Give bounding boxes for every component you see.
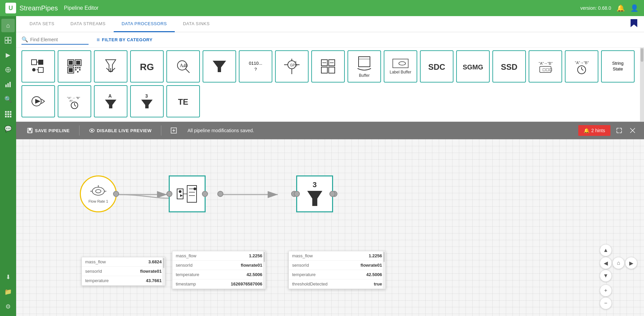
sidebar-item-home[interactable]: ⌂ bbox=[1, 19, 15, 32]
processor-output-port[interactable] bbox=[202, 191, 208, 197]
filter-output-port[interactable] bbox=[329, 191, 335, 197]
mid-port-1[interactable] bbox=[217, 191, 223, 197]
proc-card-te[interactable]: TE bbox=[166, 85, 200, 117]
zoom-home-button[interactable]: ⌂ bbox=[612, 257, 625, 269]
zoom-up-button[interactable]: ▲ bbox=[600, 244, 612, 256]
svg-text:a: a bbox=[183, 64, 184, 68]
preview-label: DISABLE LIVE PREVIEW bbox=[97, 128, 152, 133]
sidebar-item-grid[interactable] bbox=[1, 34, 15, 47]
fit-screen-button[interactable] bbox=[165, 125, 182, 136]
processor-input-port[interactable] bbox=[166, 191, 172, 197]
sidebar-item-play[interactable]: ▶ bbox=[1, 48, 15, 62]
flow-rate-node[interactable]: Flow Rate 1 bbox=[80, 175, 117, 212]
app-name: StreamPipes bbox=[19, 4, 58, 12]
filter-val-threshold: true bbox=[374, 281, 382, 286]
sidebar-item-chart[interactable] bbox=[1, 78, 15, 91]
filter-input-port[interactable] bbox=[294, 191, 300, 197]
grid-scrollbar[interactable] bbox=[640, 48, 644, 121]
svg-text:AT: AT bbox=[69, 99, 73, 102]
source-table-scrollbar[interactable] bbox=[162, 257, 165, 285]
proc-card-matrix[interactable] bbox=[21, 50, 55, 83]
svg-rect-16 bbox=[5, 116, 7, 117]
proc-card-funnel-down[interactable] bbox=[94, 50, 127, 83]
proc-card-qr[interactable] bbox=[58, 50, 91, 83]
svg-rect-27 bbox=[69, 61, 73, 65]
proc-card-funnel-num[interactable]: 3 bbox=[130, 85, 164, 117]
svg-rect-35 bbox=[75, 69, 76, 70]
zoom-out-button[interactable]: − bbox=[600, 297, 612, 309]
svg-rect-11 bbox=[7, 111, 9, 113]
top-navigation: U StreamPipes Pipeline Editor version: 0… bbox=[0, 0, 644, 16]
proc-card-rg[interactable]: RG bbox=[130, 50, 164, 83]
zoom-right-button[interactable]: ▶ bbox=[625, 257, 637, 269]
save-pipeline-button[interactable]: SAVE PIPELINE bbox=[21, 125, 75, 136]
proc-card-at-timer[interactable]: "A" → "B" AT bbox=[58, 85, 91, 117]
close-button[interactable] bbox=[627, 124, 639, 137]
proc-card-funnel3[interactable]: A bbox=[94, 85, 127, 117]
save-pipeline-label: SAVE PIPELINE bbox=[35, 128, 70, 133]
filter-table-scrollbar[interactable] bbox=[383, 251, 385, 289]
source-val-massflow: 3.6824 bbox=[148, 259, 162, 264]
proc-card-ab-switch[interactable]: "A"→"B" ◻◻◻ bbox=[529, 50, 562, 83]
svg-rect-36 bbox=[77, 71, 78, 72]
svg-rect-31 bbox=[69, 68, 73, 72]
proc-card-sgmg[interactable]: SGMG bbox=[456, 50, 490, 83]
proc-label-buffer: Buffer bbox=[359, 73, 370, 78]
pipeline-canvas: Flow Rate 1 bbox=[16, 139, 644, 316]
sidebar-item-download[interactable]: ⬇ bbox=[1, 270, 15, 284]
flow-rate-output-port[interactable] bbox=[113, 191, 119, 197]
proc-card-matrix2[interactable] bbox=[311, 50, 345, 83]
svg-point-22 bbox=[32, 68, 36, 71]
svg-rect-21 bbox=[38, 60, 43, 65]
sidebar-item-plug[interactable] bbox=[1, 63, 15, 76]
zoom-down-button[interactable]: ▼ bbox=[600, 270, 612, 282]
search-box[interactable]: 🔍 bbox=[21, 35, 89, 45]
proc-card-gps[interactable]: GPS K bbox=[275, 50, 309, 83]
proc-card-funnel2[interactable] bbox=[203, 50, 236, 83]
search-input[interactable] bbox=[30, 37, 84, 42]
filter-icon: ≡ bbox=[97, 37, 100, 43]
proc-card-buffer[interactable]: Buffer bbox=[347, 50, 381, 83]
tab-datastreams[interactable]: DATA STREAMS bbox=[62, 16, 113, 32]
filter-row-threshold: thresholdDetected true bbox=[289, 279, 385, 289]
fit-icon bbox=[171, 127, 177, 134]
proc-card-action[interactable] bbox=[21, 85, 55, 117]
processor-node[interactable] bbox=[169, 175, 206, 212]
filter-key-massflow: mass_flow bbox=[292, 253, 313, 258]
sidebar-item-file[interactable]: 📁 bbox=[1, 285, 15, 299]
filter-row-temp: temperature 42.5006 bbox=[289, 270, 385, 279]
svg-marker-110 bbox=[307, 191, 322, 206]
zoom-in-button[interactable]: + bbox=[600, 284, 612, 297]
flow-rate-icon bbox=[90, 185, 107, 198]
disable-preview-button[interactable]: DISABLE LIVE PREVIEW bbox=[84, 125, 157, 136]
filter-label: FILTER BY CATEGORY bbox=[102, 37, 153, 42]
svg-text:Bb: Bb bbox=[185, 64, 188, 67]
proc-card-sdc[interactable]: SDC bbox=[420, 50, 453, 83]
tab-dataprocessors[interactable]: DATA PROCESSORS bbox=[114, 16, 175, 32]
zoom-left-button[interactable]: ◀ bbox=[600, 257, 612, 269]
sidebar-item-apps[interactable] bbox=[1, 107, 15, 121]
sidebar-item-settings[interactable]: ⚙ bbox=[1, 300, 15, 313]
hints-button[interactable]: 🔔 2 hints bbox=[578, 125, 610, 136]
notification-icon[interactable]: 🔔 bbox=[616, 4, 625, 12]
proc-key-timestamp: timestamp bbox=[176, 281, 196, 286]
proc-card-ssd[interactable]: SSD bbox=[492, 50, 526, 83]
proc-card-string-state[interactable]: StringState bbox=[601, 50, 635, 83]
proc-card-ab-timer[interactable]: "A"→"B" bbox=[565, 50, 598, 83]
proc-card-label-buffer[interactable]: Label Buffer bbox=[384, 50, 417, 83]
source-key-sensorid: sensorId bbox=[85, 269, 102, 274]
sidebar-item-search[interactable]: 🔍 bbox=[1, 93, 15, 106]
sidebar-item-chat[interactable]: 💬 bbox=[1, 122, 15, 136]
account-icon[interactable]: 👤 bbox=[630, 4, 639, 12]
filter-row-sensorid: sensorId flowrate01 bbox=[289, 261, 385, 270]
nav-right: version: 0.68.0 🔔 👤 bbox=[580, 4, 639, 12]
tab-datasinks[interactable]: DATA SINKS bbox=[175, 16, 218, 32]
tab-datasets[interactable]: DATA SETS bbox=[21, 16, 62, 32]
filter-node[interactable]: 3 bbox=[296, 175, 333, 212]
source-key-temp: temperature bbox=[85, 278, 109, 283]
proc-card-search-a[interactable]: A a Bb bbox=[166, 50, 200, 83]
filter-button[interactable]: ≡ FILTER BY CATEGORY bbox=[97, 37, 153, 43]
expand-button[interactable] bbox=[613, 124, 625, 137]
proc-table-scrollbar[interactable] bbox=[263, 251, 266, 289]
proc-card-0110[interactable]: 0110...? bbox=[239, 50, 272, 83]
